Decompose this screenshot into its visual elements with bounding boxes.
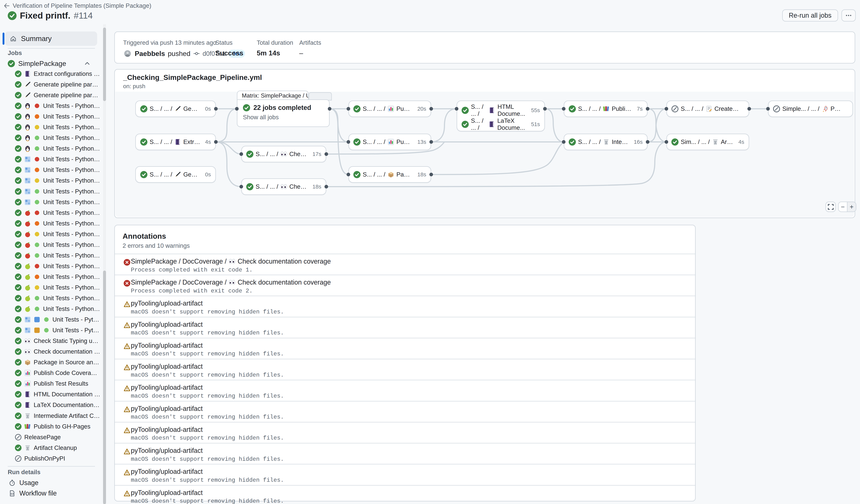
pipeline-node-n4[interactable]: S... / ... /Create 'Release Pa... <box>666 101 749 117</box>
annotation-name: pyTooling/upload-artifact <box>131 405 203 413</box>
package-icon <box>24 359 31 365</box>
sidebar-job-item[interactable]: Unit Tests - Python 3.9 <box>0 261 103 272</box>
check-circle-icon <box>15 199 22 205</box>
sidebar-group-simplepackage[interactable]: SimplePackage <box>8 59 97 69</box>
sidebar-job-item[interactable]: Unit Tests - Python 3.12 <box>0 240 103 250</box>
sidebar-job-item[interactable]: Unit Tests - Python 3.11 <box>0 229 103 240</box>
sidebar-job-item[interactable]: Publish to GH-Pages <box>0 421 103 432</box>
pipeline-node-n12[interactable]: S... / ... /Package in Sou...18s <box>348 166 431 183</box>
annotation-title[interactable]: pyTooling/upload-artifact <box>131 447 690 455</box>
sidebar-job-item[interactable]: Unit Tests - Python 3.12 <box>0 325 103 335</box>
sidebar-job-item[interactable]: ReleasePage <box>0 432 103 443</box>
sidebar-job-item[interactable]: Intermediate Artifact Cleanup <box>0 411 103 421</box>
sidebar-job-item[interactable]: Unit Tests - Python 3.9 <box>0 101 103 111</box>
zoom-control: − + <box>838 202 856 212</box>
pipeline-node-n5[interactable]: Simple... / ... /Publish to PyPI <box>768 101 853 117</box>
sidebar-job-item[interactable]: Generate pipeline parameters <box>0 79 103 90</box>
annotation-title[interactable]: SimplePackage / DocCoverage /Check docum… <box>131 258 690 265</box>
pipeline-node-n8[interactable]: S... / ... /Intermediate A...16s <box>564 134 648 150</box>
sidebar-job-item[interactable]: Unit Tests - Python 3.13 <box>0 304 103 314</box>
annotation-title[interactable]: pyTooling/upload-artifact <box>131 426 690 433</box>
breadcrumb[interactable]: Verification of Pipeline Templates (Simp… <box>3 2 151 9</box>
annotation-row-warning: pyTooling/upload-artifactmacOS doesn't s… <box>115 485 695 504</box>
sidebar-job-item[interactable]: Unit Tests - Python 3.12 <box>0 314 103 325</box>
sidebar-job-item[interactable]: Unit Tests - Python 3.13 <box>0 197 103 207</box>
scrollbar-thumb-bottom[interactable] <box>103 271 106 504</box>
sidebar-item-usage[interactable]: Usage <box>0 478 103 488</box>
sidebar-job-item[interactable]: Unit Tests - Python 3.11 <box>0 122 103 132</box>
sidebar-job-item[interactable]: PublishOnPyPI <box>0 453 103 464</box>
sidebar-job-item[interactable]: Unit Tests - Python 3.11 <box>0 282 103 293</box>
windows-icon <box>24 199 31 205</box>
sidebar-job-item[interactable]: HTML Documentation using ... <box>0 389 103 400</box>
annotation-row-warning: pyTooling/upload-artifactmacOS doesn't s… <box>115 317 695 338</box>
annotation-title[interactable]: pyTooling/upload-artifact <box>131 489 690 496</box>
pipeline-node-n10[interactable]: S... / ... /Check Static Ty...17s <box>241 146 326 162</box>
sidebar-job-item[interactable]: Unit Tests - Python 3.9 <box>0 207 103 218</box>
sidebar-job-item[interactable]: Unit Tests - Python 3.10 <box>0 111 103 122</box>
annotation-title[interactable]: pyTooling/upload-artifact <box>131 300 690 307</box>
doc-group-row[interactable]: S... / ... /LaTeX Docume...51s <box>461 117 540 131</box>
annotation-title[interactable]: pyTooling/upload-artifact <box>131 384 690 391</box>
sidebar-job-item[interactable]: Publish Test Results <box>0 378 103 389</box>
actor-link[interactable]: Paebbels <box>135 50 165 58</box>
annotation-title[interactable]: SimplePackage / DocCoverage /Check docum… <box>131 278 690 286</box>
zoom-in-button[interactable]: + <box>847 202 856 212</box>
sidebar-job-item[interactable]: Artifact Cleanup <box>0 443 103 453</box>
sidebar-job-item[interactable]: Unit Tests - Python 3.11 <box>0 175 103 186</box>
sidebar-job-item[interactable]: Unit Tests - Python 3.10 <box>0 164 103 175</box>
pipeline-node-n13[interactable]: S... / ... /Check docume...18s <box>241 178 326 195</box>
dot-green-icon <box>34 252 40 259</box>
matrix-node[interactable]: 22 jobs completed Show all jobs <box>237 99 330 127</box>
sidebar-job-item[interactable]: Unit Tests - Python 3.9 <box>0 154 103 164</box>
sidebar-job-item[interactable]: Check Static Typing using Pyt... <box>0 335 103 346</box>
annotation-title[interactable]: pyTooling/upload-artifact <box>131 342 690 349</box>
pipeline-node-n11[interactable]: S... / ... /Generate pipelin...0s <box>135 166 216 183</box>
chevron-up-icon[interactable] <box>84 60 90 67</box>
job-label: Unit Tests - Python 3.13 <box>43 305 103 312</box>
rerun-all-jobs-button[interactable]: Re-run all jobs <box>782 10 838 21</box>
zoom-out-button[interactable]: − <box>838 202 847 212</box>
annotation-detail: macOS doesn't support removing hidden fi… <box>131 372 690 378</box>
sidebar-job-item[interactable]: LaTeX Documentation using ... <box>0 400 103 410</box>
job-label: Intermediate Artifact Cleanup <box>34 412 103 419</box>
avatar[interactable] <box>123 49 132 58</box>
show-all-jobs-link[interactable]: Show all jobs <box>243 114 324 121</box>
sidebar-job-item[interactable]: Check documentation covera... <box>0 346 103 357</box>
sidebar-job-item[interactable]: Unit Tests - Python 3.10 <box>0 218 103 229</box>
sidebar-job-item[interactable]: Generate pipeline parameters <box>0 90 103 101</box>
pipeline-node-n6[interactable]: S... / ... /Extract configur...4s <box>135 134 216 150</box>
windows-icon <box>24 327 31 333</box>
sidebar-job-item[interactable]: Unit Tests - Python 3.10 <box>0 272 103 282</box>
annotation-title[interactable]: pyTooling/upload-artifact <box>131 405 690 413</box>
scrollbar-thumb-top[interactable] <box>103 28 106 101</box>
sidebar-job-item[interactable]: Unit Tests - Python 3.13 <box>0 250 103 261</box>
sidebar-job-item[interactable]: Extract configurations from p... <box>0 69 103 79</box>
annotation-title[interactable]: pyTooling/upload-artifact <box>131 363 690 370</box>
pipeline-node-n3[interactable]: S... / ... /Publish to GH-P...7s <box>564 101 648 117</box>
annotation-title[interactable]: pyTooling/upload-artifact <box>131 321 690 328</box>
sidebar-job-item[interactable]: Publish Code Coverage Results <box>0 368 103 378</box>
sidebar-item-summary[interactable]: Summary <box>5 31 97 46</box>
pipeline-node-n2[interactable]: S... / ... /Publish Code C...20s <box>348 101 431 117</box>
rocket-icon <box>822 105 828 112</box>
sidebar-job-item[interactable]: Unit Tests - Python 3.12 <box>0 293 103 304</box>
sidebar-job-item[interactable]: Unit Tests - Python 3.13 <box>0 143 103 154</box>
pipeline-node-n7[interactable]: S... / ... /Publish Test Re...13s <box>348 134 431 150</box>
sidebar-job-item[interactable]: Unit Tests - Python 3.12 <box>0 132 103 143</box>
documentation-group-node[interactable]: S... / ... /HTML Docume...55sS... / ... … <box>457 101 545 131</box>
annotation-name: pyTooling/upload-artifact <box>131 363 203 370</box>
pipeline-node-n9[interactable]: Sim... / ... /Artifact Cleanup4s <box>666 134 749 150</box>
sidebar-item-workflow-file[interactable]: Workflow file <box>0 488 103 499</box>
pen-icon <box>24 92 31 99</box>
annotation-title[interactable]: pyTooling/upload-artifact <box>131 468 690 475</box>
warning-icon <box>124 322 130 329</box>
sidebar-job-item[interactable]: Unit Tests - Python 3.12 <box>0 186 103 197</box>
sidebar-job-item[interactable]: Package in Source and Wheel... <box>0 357 103 368</box>
doc-group-row[interactable]: S... / ... /HTML Docume...55s <box>461 103 540 117</box>
node-prefix: S... / ... / <box>578 105 601 112</box>
more-options-button[interactable] <box>842 10 856 21</box>
matrix-tab[interactable]: Matrix: SimplePackage / UnitTest... <box>237 90 309 100</box>
fullscreen-button[interactable] <box>826 202 836 212</box>
pipeline-node-n1[interactable]: S... / ... /Generate pipelin...0s <box>135 101 216 117</box>
